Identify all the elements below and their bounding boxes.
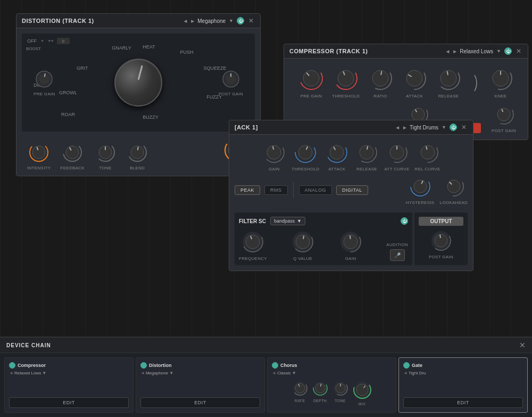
comp-post-gain-knob[interactable] [492, 103, 516, 126]
td-release-knob[interactable] [354, 140, 379, 165]
dist-slot-prev[interactable]: ◄ [140, 371, 145, 375]
gate-slot-prev[interactable]: ◄ [403, 371, 408, 375]
td-release-container: RELEASE [354, 140, 379, 171]
tight-drums-next-preset[interactable]: ► [402, 125, 408, 130]
dist-slot-dropdown[interactable]: ▼ [169, 371, 173, 375]
comp-ratio-container: RATIO [367, 65, 394, 99]
filter-sc-power-btn[interactable]: ⏻ [401, 217, 408, 225]
comp-pre-gain-knob[interactable] [298, 65, 325, 92]
comp-release-knob[interactable] [435, 65, 462, 92]
chorus-slot-dropdown[interactable]: ▼ [292, 371, 296, 375]
chorus-slot-header: Chorus [272, 362, 392, 369]
distortion-bottom-controls: INTENSITY FEEDBACK [22, 137, 255, 170]
td-rms-btn[interactable]: RMS [264, 185, 288, 195]
distortion-slot-power[interactable] [140, 362, 147, 369]
comp-threshold-knob[interactable] [332, 65, 359, 92]
svg-point-47 [267, 145, 281, 159]
char-gnarly: GNARLY [112, 45, 131, 51]
filter-freq-knob[interactable] [240, 230, 265, 254]
filter-freq-container: FREQUENCY [239, 230, 267, 261]
compressor-preset-nav: ◄ ► Relaxed Lows [445, 48, 493, 54]
blend-label: BLEND [130, 166, 145, 170]
chorus-slot-prev[interactable]: ◄ [272, 371, 276, 375]
td-digital-btn[interactable]: DIGITAL [336, 185, 368, 195]
tight-drums-title: [ACK 1] [235, 124, 392, 130]
td-att-curve-knob[interactable] [385, 140, 409, 165]
comp-pre-gain-label: PRE GAIN [301, 94, 322, 99]
tight-drums-preset-dropdown[interactable]: ▼ [442, 125, 446, 130]
tight-drums-prev-preset[interactable]: ◄ [395, 125, 400, 130]
compressor-next-preset[interactable]: ► [452, 48, 458, 54]
tight-drums-power-btn[interactable]: ⏻ [450, 124, 457, 131]
compressor-power-btn[interactable]: ⏻ [504, 47, 512, 55]
td-rel-curve-knob[interactable] [415, 140, 440, 165]
td-peak-btn[interactable]: PEAK [235, 185, 260, 195]
comp-attack-knob[interactable] [401, 65, 428, 92]
chorus-depth-knob[interactable] [312, 380, 329, 397]
distortion-next-preset[interactable]: ► [190, 18, 195, 24]
td-hysteresis-knob[interactable] [409, 175, 432, 198]
comp-ratio-knob[interactable] [367, 65, 394, 92]
post-gain-knob[interactable] [221, 69, 241, 89]
distortion-close-btn[interactable]: ✕ [247, 17, 255, 24]
svg-point-83 [295, 383, 305, 393]
tight-drums-close-btn[interactable]: ✕ [460, 124, 468, 131]
svg-point-86 [315, 383, 325, 393]
filter-gain-label: GAIN [345, 256, 356, 261]
chorus-slot-power[interactable] [272, 362, 278, 369]
td-gain-knob[interactable] [262, 140, 286, 165]
comp-threshold-container: THRESHOLD [332, 65, 360, 99]
td-threshold-knob[interactable] [293, 140, 318, 165]
td-hysteresis-container: HYSTERESIS [406, 175, 435, 205]
chorus-mix-knob[interactable] [352, 380, 372, 400]
filter-q-knob[interactable] [290, 230, 315, 254]
comp-slot-dropdown[interactable]: ▼ [42, 371, 46, 375]
distortion-edit-btn[interactable]: EDIT [140, 397, 260, 408]
svg-point-29 [372, 70, 388, 86]
td-post-gain-knob[interactable] [429, 229, 453, 252]
td-analog-btn[interactable]: ANALOG [299, 185, 332, 195]
distortion-preset-dropdown[interactable]: ▼ [229, 18, 234, 23]
char-growl: GROWL [59, 90, 77, 95]
pre-gain-knob[interactable] [34, 69, 54, 89]
td-lookahead-knob[interactable] [442, 175, 466, 198]
device-slot-chorus: Chorus ◄ Classic ▼ RATE [267, 357, 396, 413]
svg-line-36 [447, 71, 448, 75]
comp-slot-prev[interactable]: ◄ [9, 371, 13, 375]
distortion-header: DISTORTION (TRACK 1) ◄ ► Megaphone ▼ ⏻ ✕ [16, 14, 260, 28]
compressor-close-btn[interactable]: ✕ [515, 47, 522, 55]
chorus-tone-knob[interactable] [332, 380, 349, 397]
audition-container: AUDITION 🎤 [386, 242, 408, 261]
audition-btn[interactable]: 🎤 [390, 249, 405, 261]
compressor-edit-btn[interactable]: EDIT [9, 397, 129, 408]
intensity-knob[interactable] [28, 141, 50, 163]
intensity-knob-container: INTENSITY [27, 141, 51, 170]
compressor-prev-preset[interactable]: ◄ [445, 48, 450, 54]
feedback-knob[interactable] [61, 141, 84, 163]
chorus-rate-knob[interactable] [292, 380, 309, 397]
svg-point-71 [246, 235, 260, 249]
compressor-preset-dropdown[interactable]: ▼ [496, 48, 501, 54]
svg-point-26 [338, 70, 354, 86]
char-push: PUSH [180, 50, 193, 55]
td-gain-container: GAIN [262, 140, 286, 171]
chorus-mix-label: MIX [359, 402, 365, 406]
filter-freq-label: FREQUENCY [239, 256, 267, 261]
filter-dropdown-arrow: ▼ [297, 218, 302, 224]
filter-type-dropdown[interactable]: bandpass ▼ [270, 217, 305, 225]
compressor-slot-power[interactable] [9, 362, 15, 369]
td-attack-knob[interactable] [325, 140, 349, 165]
gate-slot-power[interactable] [403, 362, 410, 369]
gate-edit-btn[interactable]: EDIT [403, 397, 523, 408]
compressor-knob-row: PRE GAIN THRESHOLD RATIO [290, 65, 521, 99]
device-chain-close-btn[interactable]: ✕ [519, 341, 526, 349]
tone-knob-container: TONE [94, 141, 117, 170]
comp-knee-knob[interactable] [487, 65, 514, 92]
blend-knob[interactable] [126, 141, 148, 163]
distortion-power-btn[interactable]: ⏻ [237, 17, 244, 24]
filter-gain-knob[interactable] [338, 230, 363, 254]
distortion-prev-preset[interactable]: ◄ [182, 18, 188, 24]
device-slot-compressor: Compressor ◄ Relaxed Lows ▼ EDIT [4, 357, 134, 413]
main-character-knob[interactable] [114, 59, 162, 107]
tone-knob[interactable] [94, 141, 117, 163]
